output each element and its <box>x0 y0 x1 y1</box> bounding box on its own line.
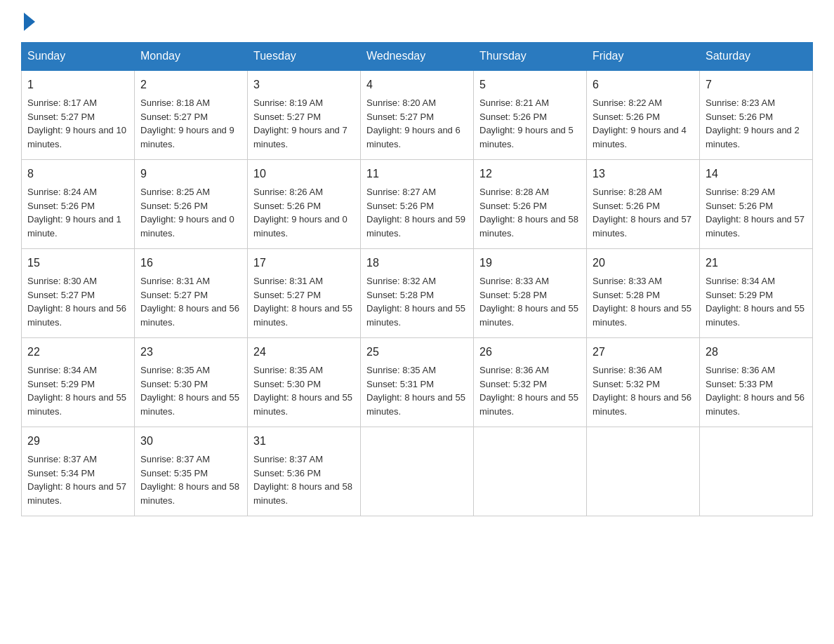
daylight-label: Daylight: 9 hours and 0 minutes. <box>253 214 348 239</box>
day-number: 3 <box>253 76 355 93</box>
sunset-label: Sunset: 5:26 PM <box>706 201 773 211</box>
day-number: 13 <box>593 166 694 182</box>
logo <box>21 14 35 28</box>
daylight-label: Daylight: 9 hours and 1 minute. <box>27 214 121 239</box>
calendar-cell: 14Sunrise: 8:29 AMSunset: 5:26 PMDayligh… <box>700 160 813 249</box>
sunrise-label: Sunrise: 8:36 AM <box>479 365 549 375</box>
day-number: 22 <box>27 344 128 361</box>
daylight-label: Daylight: 9 hours and 6 minutes. <box>366 125 461 149</box>
sunset-label: Sunset: 5:26 PM <box>479 112 547 122</box>
sunrise-label: Sunrise: 8:22 AM <box>593 98 662 108</box>
day-number: 27 <box>593 344 694 361</box>
daylight-label: Daylight: 9 hours and 7 minutes. <box>253 125 348 149</box>
sunrise-label: Sunrise: 8:36 AM <box>593 365 662 375</box>
day-number: 12 <box>479 166 581 182</box>
sunrise-label: Sunrise: 8:17 AM <box>27 98 97 108</box>
daylight-label: Daylight: 9 hours and 4 minutes. <box>593 125 687 149</box>
day-number: 11 <box>366 166 468 182</box>
calendar-cell: 7Sunrise: 8:23 AMSunset: 5:26 PMDaylight… <box>700 70 813 160</box>
calendar-cell: 3Sunrise: 8:19 AMSunset: 5:27 PMDaylight… <box>248 70 361 160</box>
day-header-saturday: Saturday <box>700 43 813 71</box>
sunset-label: Sunset: 5:28 PM <box>593 290 660 300</box>
sunrise-label: Sunrise: 8:37 AM <box>253 454 323 464</box>
daylight-label: Daylight: 8 hours and 55 minutes. <box>366 392 465 417</box>
day-number: 19 <box>479 255 581 271</box>
daylight-label: Daylight: 8 hours and 57 minutes. <box>593 214 691 239</box>
sunset-label: Sunset: 5:29 PM <box>706 290 773 300</box>
sunrise-label: Sunrise: 8:36 AM <box>706 365 775 375</box>
day-number: 28 <box>706 344 807 361</box>
sunrise-label: Sunrise: 8:31 AM <box>253 276 323 286</box>
day-number: 7 <box>706 76 807 93</box>
calendar-week-4: 22Sunrise: 8:34 AMSunset: 5:29 PMDayligh… <box>22 338 813 427</box>
sunrise-label: Sunrise: 8:28 AM <box>479 187 549 197</box>
day-number: 15 <box>27 255 128 271</box>
calendar-week-1: 1Sunrise: 8:17 AMSunset: 5:27 PMDaylight… <box>22 70 813 160</box>
calendar-table: SundayMondayTuesdayWednesdayThursdayFrid… <box>21 42 813 516</box>
day-number: 29 <box>27 433 128 450</box>
sunrise-label: Sunrise: 8:33 AM <box>593 276 662 286</box>
sunset-label: Sunset: 5:33 PM <box>706 379 773 389</box>
sunrise-label: Sunrise: 8:25 AM <box>140 187 210 197</box>
calendar-cell: 8Sunrise: 8:24 AMSunset: 5:26 PMDaylight… <box>22 160 135 249</box>
sunset-label: Sunset: 5:28 PM <box>366 290 434 300</box>
calendar-cell <box>587 427 700 516</box>
calendar-cell: 18Sunrise: 8:32 AMSunset: 5:28 PMDayligh… <box>361 249 474 338</box>
day-number: 1 <box>27 76 128 93</box>
calendar-cell: 21Sunrise: 8:34 AMSunset: 5:29 PMDayligh… <box>700 249 813 338</box>
calendar-week-3: 15Sunrise: 8:30 AMSunset: 5:27 PMDayligh… <box>22 249 813 338</box>
daylight-label: Daylight: 8 hours and 56 minutes. <box>706 392 805 417</box>
daylight-label: Daylight: 8 hours and 56 minutes. <box>593 392 691 417</box>
calendar-week-2: 8Sunrise: 8:24 AMSunset: 5:26 PMDaylight… <box>22 160 813 249</box>
daylight-label: Daylight: 8 hours and 59 minutes. <box>366 214 465 239</box>
calendar-cell: 31Sunrise: 8:37 AMSunset: 5:36 PMDayligh… <box>248 427 361 516</box>
sunrise-label: Sunrise: 8:34 AM <box>27 365 97 375</box>
day-number: 10 <box>253 166 355 182</box>
calendar-cell: 15Sunrise: 8:30 AMSunset: 5:27 PMDayligh… <box>22 249 135 338</box>
sunset-label: Sunset: 5:27 PM <box>253 112 321 122</box>
sunrise-label: Sunrise: 8:23 AM <box>706 98 775 108</box>
daylight-label: Daylight: 8 hours and 55 minutes. <box>479 392 578 417</box>
calendar-cell: 6Sunrise: 8:22 AMSunset: 5:26 PMDaylight… <box>587 70 700 160</box>
day-number: 23 <box>140 344 241 361</box>
day-number: 4 <box>366 76 468 93</box>
day-number: 25 <box>366 344 468 361</box>
day-header-monday: Monday <box>135 43 248 71</box>
daylight-label: Daylight: 8 hours and 55 minutes. <box>366 303 465 328</box>
day-header-wednesday: Wednesday <box>361 43 474 71</box>
day-number: 17 <box>253 255 355 271</box>
sunset-label: Sunset: 5:27 PM <box>366 112 434 122</box>
daylight-label: Daylight: 8 hours and 58 minutes. <box>253 481 352 506</box>
sunset-label: Sunset: 5:36 PM <box>253 468 321 478</box>
daylight-label: Daylight: 8 hours and 55 minutes. <box>140 392 239 417</box>
daylight-label: Daylight: 8 hours and 58 minutes. <box>140 481 239 506</box>
daylight-label: Daylight: 8 hours and 56 minutes. <box>140 303 239 328</box>
sunrise-label: Sunrise: 8:19 AM <box>253 98 323 108</box>
daylight-label: Daylight: 8 hours and 55 minutes. <box>253 392 352 417</box>
calendar-cell: 27Sunrise: 8:36 AMSunset: 5:32 PMDayligh… <box>587 338 700 427</box>
calendar-cell: 13Sunrise: 8:28 AMSunset: 5:26 PMDayligh… <box>587 160 700 249</box>
calendar-header-row: SundayMondayTuesdayWednesdayThursdayFrid… <box>22 43 813 71</box>
sunset-label: Sunset: 5:28 PM <box>479 290 547 300</box>
sunset-label: Sunset: 5:26 PM <box>479 201 547 211</box>
daylight-label: Daylight: 9 hours and 9 minutes. <box>140 125 234 149</box>
sunrise-label: Sunrise: 8:34 AM <box>706 276 775 286</box>
daylight-label: Daylight: 8 hours and 57 minutes. <box>27 481 126 506</box>
calendar-cell: 9Sunrise: 8:25 AMSunset: 5:26 PMDaylight… <box>135 160 248 249</box>
calendar-cell: 23Sunrise: 8:35 AMSunset: 5:30 PMDayligh… <box>135 338 248 427</box>
logo-arrow-icon <box>24 13 35 31</box>
calendar-cell <box>361 427 474 516</box>
sunset-label: Sunset: 5:26 PM <box>140 201 208 211</box>
daylight-label: Daylight: 9 hours and 2 minutes. <box>706 125 800 149</box>
daylight-label: Daylight: 9 hours and 10 minutes. <box>27 125 126 149</box>
sunset-label: Sunset: 5:27 PM <box>140 112 208 122</box>
sunrise-label: Sunrise: 8:21 AM <box>479 98 549 108</box>
sunset-label: Sunset: 5:27 PM <box>253 290 321 300</box>
day-number: 20 <box>593 255 694 271</box>
day-number: 30 <box>140 433 241 450</box>
day-number: 24 <box>253 344 355 361</box>
day-number: 31 <box>253 433 355 450</box>
day-number: 21 <box>706 255 807 271</box>
day-header-tuesday: Tuesday <box>248 43 361 71</box>
sunset-label: Sunset: 5:34 PM <box>27 468 95 478</box>
